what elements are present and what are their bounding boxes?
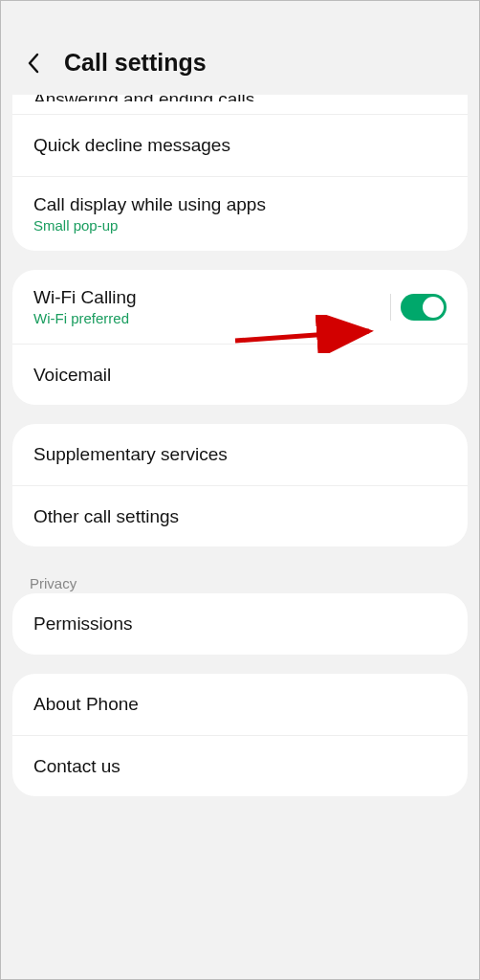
page-title: Call settings [64,49,207,77]
about-phone-label: About Phone [33,694,139,715]
separator-line [390,294,391,321]
header: Call settings [1,1,479,100]
contact-us-item[interactable]: Contact us [12,735,468,796]
other-call-settings-label: Other call settings [33,506,179,527]
settings-group-3: Supplementary services Other call settin… [12,424,468,546]
call-display-sublabel: Small pop-up [33,217,266,234]
supplementary-label: Supplementary services [33,444,228,465]
answering-ending-calls-item[interactable]: Answering and ending calls [12,95,468,115]
permissions-item[interactable]: Permissions [12,593,468,655]
settings-group-1: Answering and ending calls Quick decline… [12,95,468,251]
call-display-label: Call display while using apps [33,194,266,215]
wifi-calling-label: Wi-Fi Calling [33,287,137,308]
wifi-calling-sublabel: Wi-Fi preferred [33,310,137,326]
back-chevron-icon [27,53,40,74]
back-button[interactable] [20,50,47,77]
call-display-item[interactable]: Call display while using apps Small pop-… [12,176,468,251]
settings-group-5: About Phone Contact us [12,674,468,796]
wifi-calling-toggle[interactable] [401,294,447,321]
wifi-calling-item[interactable]: Wi-Fi Calling Wi-Fi preferred [12,270,468,344]
supplementary-services-item[interactable]: Supplementary services [12,424,468,485]
privacy-section-header: Privacy [1,566,479,593]
wifi-calling-toggle-wrapper [390,294,447,321]
quick-decline-messages-item[interactable]: Quick decline messages [12,115,468,176]
quick-decline-label: Quick decline messages [33,135,230,156]
voicemail-item[interactable]: Voicemail [12,344,468,405]
about-phone-item[interactable]: About Phone [12,674,468,735]
voicemail-label: Voicemail [33,365,111,386]
contact-us-label: Contact us [33,756,120,777]
settings-group-4: Permissions [12,593,468,655]
permissions-label: Permissions [33,613,132,635]
answering-ending-calls-label: Answering and ending calls [33,95,447,101]
other-call-settings-item[interactable]: Other call settings [12,485,468,546]
settings-group-2: Wi-Fi Calling Wi-Fi preferred Voicemail [12,270,468,405]
